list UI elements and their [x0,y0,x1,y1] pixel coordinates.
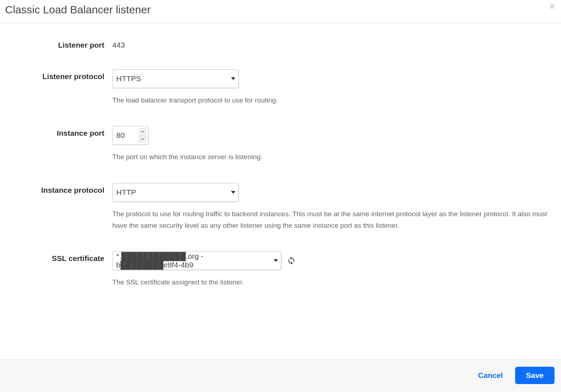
row-ssl-certificate: SSL certificate *.████████████.org - b██… [5,251,556,288]
chevron-down-icon [274,259,278,262]
modal-body: Listener port 443 Listener protocol HTTP… [0,23,561,359]
input-instance-port[interactable]: 80 [112,126,148,145]
stepper-up-button[interactable] [139,129,146,135]
row-listener-port: Listener port 443 [5,38,556,49]
value-listener-port: 443 [112,38,549,49]
modal-footer: Cancel Save [0,359,561,392]
stepper-instance-port [139,128,146,143]
label-instance-port: Instance port [5,126,112,163]
chevron-down-icon [231,77,235,80]
input-instance-port-value: 80 [116,131,125,140]
help-listener-protocol: The load balancer transport protocol to … [112,95,549,106]
label-listener-protocol: Listener protocol [5,69,112,106]
select-listener-protocol-value: HTTPS [116,74,141,83]
row-listener-protocol: Listener protocol HTTPS The load balance… [5,69,556,106]
modal-dialog: Classic Load Balancer listener × Listene… [0,0,561,392]
help-instance-port: The port on which the instance server is… [112,151,549,163]
control-instance-protocol: HTTP The protocol to use for routing tra… [112,183,556,232]
label-ssl-certificate: SSL certificate [5,251,112,288]
help-instance-protocol: The protocol to use for routing traffic … [112,208,549,232]
select-listener-protocol[interactable]: HTTPS [112,69,239,88]
label-instance-protocol: Instance protocol [5,183,112,232]
select-instance-protocol-value: HTTP [116,188,136,197]
help-ssl-certificate: The SSL certificate assigned to the list… [112,276,549,288]
row-instance-port: Instance port 80 The port on which the i… [5,126,556,163]
control-ssl-certificate: *.████████████.org - b████████e8f4-4b9 T… [112,251,556,288]
select-ssl-certificate-value: *.████████████.org - b████████e8f4-4b9 [116,252,266,269]
control-listener-port: 443 [112,38,556,49]
label-listener-port: Listener port [5,38,112,49]
save-button[interactable]: Save [515,367,555,384]
ssl-certificate-row: *.████████████.org - b████████e8f4-4b9 [112,251,549,270]
refresh-icon [287,256,296,265]
stepper-down-button[interactable] [139,136,146,142]
chevron-down-icon [231,191,235,194]
select-instance-protocol[interactable]: HTTP [112,183,239,202]
cancel-button[interactable]: Cancel [477,367,504,383]
row-instance-protocol: Instance protocol HTTP The protocol to u… [5,183,556,232]
chevron-up-icon [141,131,144,133]
select-ssl-certificate[interactable]: *.████████████.org - b████████e8f4-4b9 [112,251,281,270]
modal-title: Classic Load Balancer listener [5,4,151,16]
control-instance-port: 80 The port on which the instance server… [112,126,556,163]
close-icon[interactable]: × [549,1,555,12]
chevron-down-icon [141,138,144,140]
control-listener-protocol: HTTPS The load balancer transport protoc… [112,69,556,106]
modal-header: Classic Load Balancer listener × [0,0,561,23]
refresh-button[interactable] [286,251,296,270]
